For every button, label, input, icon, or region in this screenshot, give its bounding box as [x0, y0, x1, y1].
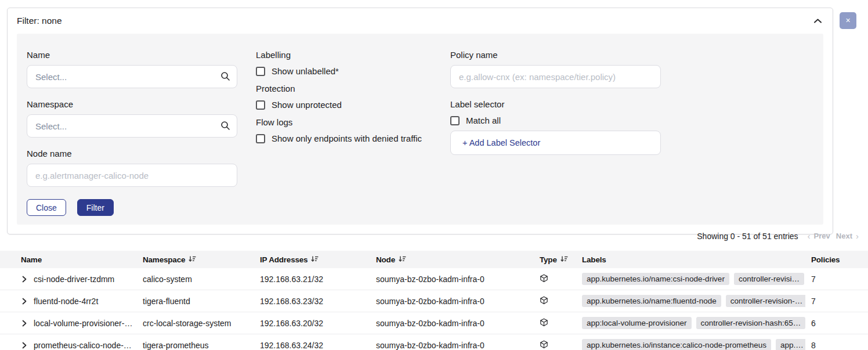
label-chip: app.kubernetes.io/name:fluentd-node	[582, 295, 721, 307]
column-header: Labels	[574, 255, 805, 264]
column-header[interactable]: IP Addresses	[255, 255, 371, 264]
table-row[interactable]: prometheus-calico-node-… tigera-promethe…	[0, 334, 868, 350]
sort-icon	[560, 255, 568, 264]
endpoint-namespace: calico-system	[138, 275, 255, 284]
policy-name-input[interactable]	[450, 65, 661, 88]
label-chip: app.kubernetes.io/instance:calico-node-p…	[582, 339, 771, 350]
entries-summary: Showing 0 - 51 of 51 entries	[697, 232, 798, 241]
sort-icon	[311, 255, 319, 264]
show-unprotected-checkbox[interactable]	[256, 100, 265, 110]
filter-form: Name Namespace	[17, 34, 823, 225]
endpoint-policies-count: 7	[805, 297, 868, 306]
endpoint-labels: app.kubernetes.io/instance:calico-node-p…	[574, 339, 805, 350]
node-name-input[interactable]	[27, 164, 237, 187]
endpoint-node: soumya-bz-0zbo-kadm-infra-0	[371, 297, 534, 306]
endpoint-node: soumya-bz-0zbo-kadm-infra-0	[371, 275, 534, 284]
namespace-field-label: Namespace	[27, 99, 237, 109]
endpoint-policies-count: 6	[805, 319, 868, 328]
denied-traffic-checkbox[interactable]	[256, 134, 265, 143]
expand-row-button[interactable]	[22, 276, 27, 283]
endpoint-ip: 192.168.63.20/32	[255, 319, 371, 328]
endpoint-ip: 192.168.63.23/32	[255, 297, 371, 306]
filter-panel: Filter: none Name	[7, 8, 833, 234]
expand-row-button[interactable]	[22, 320, 27, 327]
table-row[interactable]: local-volume-provisioner-… crc-local-sto…	[0, 312, 868, 334]
label-chip: controller-revision-hash:65…	[696, 317, 805, 329]
name-select-input[interactable]	[27, 65, 237, 88]
search-icon	[220, 71, 230, 84]
filter-panel-title: Filter: none	[17, 16, 62, 26]
label-chip: app.…	[776, 339, 805, 350]
label-chip: controller-revision-…	[726, 295, 805, 307]
endpoint-labels: app.kubernetes.io/name:fluentd-nodecontr…	[574, 295, 805, 307]
expand-row-button[interactable]	[22, 298, 27, 305]
table-row[interactable]: csi-node-driver-tzdmm calico-system 192.…	[0, 268, 868, 290]
add-label-selector-button[interactable]: + Add Label Selector	[450, 131, 661, 155]
column-header[interactable]: Node	[371, 255, 534, 264]
label-chip: controller-revisi…	[734, 273, 804, 285]
expand-row-button[interactable]	[22, 342, 27, 349]
table-row[interactable]: fluentd-node-4rr2t tigera-fluentd 192.16…	[0, 290, 868, 312]
column-header[interactable]: Namespace	[138, 255, 255, 264]
next-label: Next	[836, 232, 852, 240]
table-body: csi-node-driver-tzdmm calico-system 192.…	[0, 268, 868, 350]
chevron-left-icon: ‹	[808, 231, 811, 241]
labelling-section-label: Labelling	[256, 50, 432, 60]
endpoint-name: local-volume-provisioner-…	[34, 319, 132, 328]
node-name-field-label: Node name	[27, 149, 237, 158]
endpoint-name: csi-node-driver-tzdmm	[34, 275, 114, 284]
collapse-panel-button[interactable]	[813, 17, 822, 26]
namespace-select-input[interactable]	[27, 114, 237, 138]
close-button[interactable]: Close	[27, 199, 66, 216]
protection-section-label: Protection	[256, 84, 432, 93]
column-header: Name	[0, 255, 138, 264]
sort-icon	[189, 255, 196, 264]
name-field-label: Name	[27, 50, 237, 60]
chevron-right-icon: ›	[856, 231, 859, 241]
endpoint-name: prometheus-calico-node-…	[34, 341, 132, 350]
endpoint-name: fluentd-node-4rr2t	[34, 297, 98, 306]
column-header: Policies	[805, 255, 868, 264]
label-chip: app.kubernetes.io/name:csi-node-driver	[582, 273, 729, 285]
pagination: Showing 0 - 51 of 51 entries ‹ Prev Next…	[697, 231, 859, 241]
match-all-checkbox[interactable]	[450, 116, 460, 125]
endpoint-policies-count: 7	[805, 275, 868, 284]
match-all-label: Match all	[466, 116, 501, 125]
endpoint-node: soumya-bz-0zbo-kadm-infra-0	[371, 319, 534, 328]
filter-panel-header: Filter: none	[8, 8, 833, 34]
label-chip: app:local-volume-provisioner	[582, 317, 692, 329]
filter-button[interactable]: Filter	[77, 199, 114, 216]
workload-cube-icon	[534, 296, 574, 306]
next-page-button[interactable]: Next ›	[836, 231, 859, 241]
flow-logs-section-label: Flow logs	[256, 117, 432, 127]
show-unlabelled-label: Show unlabelled*	[272, 66, 339, 76]
endpoint-ip: 192.168.63.21/32	[255, 275, 371, 284]
sort-icon	[399, 255, 406, 264]
endpoint-namespace: tigera-fluentd	[138, 297, 255, 306]
endpoint-labels: app:local-volume-provisionercontroller-r…	[574, 317, 805, 329]
endpoint-labels: app.kubernetes.io/name:csi-node-driverco…	[574, 273, 805, 285]
show-unlabelled-checkbox[interactable]	[256, 67, 265, 76]
endpoint-node: soumya-bz-0zbo-kadm-infra-0	[371, 341, 534, 350]
workload-cube-icon	[534, 318, 574, 329]
dismiss-panel-button[interactable]: ×	[840, 12, 856, 29]
prev-label: Prev	[814, 232, 830, 240]
workload-cube-icon	[534, 340, 574, 350]
workload-cube-icon	[534, 274, 574, 284]
endpoint-namespace: crc-local-storage-system	[138, 319, 255, 328]
prev-page-button[interactable]: ‹ Prev	[808, 231, 830, 241]
endpoint-namespace: tigera-prometheus	[138, 341, 255, 350]
table-header-row: Name Namespace IP Addresses Node Type La…	[0, 251, 868, 268]
label-selector-section-label: Label selector	[450, 99, 661, 109]
endpoints-table: Name Namespace IP Addresses Node Type La…	[0, 251, 868, 350]
chevron-up-icon	[813, 17, 822, 26]
column-header[interactable]: Type	[534, 255, 574, 264]
denied-traffic-label: Show only endpoints with denied traffic	[272, 133, 422, 143]
show-unprotected-label: Show unprotected	[272, 100, 342, 110]
endpoint-policies-count: 8	[805, 341, 868, 350]
search-icon	[220, 121, 230, 133]
endpoint-ip: 192.168.63.24/32	[255, 341, 371, 350]
policy-name-field-label: Policy name	[450, 50, 661, 60]
